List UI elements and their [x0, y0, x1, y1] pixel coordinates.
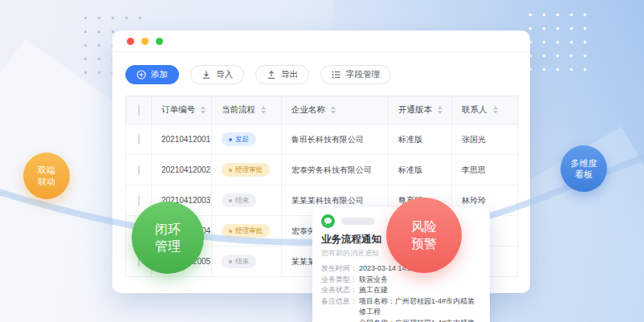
import-button[interactable]: 导入 — [190, 65, 244, 84]
toolbar: 添加 导入 导出 — [112, 52, 530, 96]
status-dot-icon — [229, 138, 232, 141]
field-value: 项目名称：广州碧桂园1-4#市内精装修工程 合同名称：广州碧桂园1-4#市内精装… — [359, 296, 481, 322]
flow-cell: 结束 — [212, 185, 282, 216]
flow-label: 经理审批 — [235, 226, 263, 236]
contact-cell: 张国光 — [452, 124, 518, 155]
sort-icon[interactable] — [201, 106, 206, 114]
export-button-label: 导出 — [281, 69, 298, 80]
list-settings-icon — [332, 70, 341, 79]
column-header-label: 企业名称 — [291, 104, 325, 116]
column-header-label: 订单编号 — [161, 104, 195, 116]
field-value: 联营业务 — [359, 275, 388, 286]
notification-field: 备注信息： 项目名称：广州碧桂园1-4#市内精装修工程 合同名称：广州碧桂园1-… — [321, 296, 481, 322]
status-dot-icon — [229, 230, 232, 233]
flow-label: 结束 — [235, 196, 249, 206]
upload-icon — [267, 70, 276, 79]
minimize-window-icon[interactable] — [141, 38, 149, 45]
column-header-label: 开通版本 — [398, 104, 432, 116]
table-row: 20210412001 发起 鲁班长科技有限公司 标准版 张国光 — [126, 124, 518, 155]
page-canvas: 添加 导入 导出 — [0, 0, 644, 322]
flow-badge: 发起 — [222, 132, 256, 146]
feature-bubble-risk-alert: 风险 预警 — [386, 198, 462, 273]
row-checkbox[interactable] — [138, 195, 140, 206]
field-manage-button[interactable]: 字段管理 — [320, 65, 391, 84]
flow-badge: 结束 — [222, 194, 256, 207]
feature-bubble-closed-loop: 闭环 管理 — [132, 202, 204, 274]
status-dot-icon — [229, 260, 232, 263]
column-header-label: 当前流程 — [222, 104, 255, 116]
flow-cell: 经理审批 — [212, 216, 282, 247]
field-label: 业务状态： — [321, 285, 359, 296]
version-cell: 标准版 — [389, 124, 452, 155]
field-label: 发生时间： — [321, 263, 359, 275]
flow-label: 发起 — [235, 135, 249, 145]
download-icon — [202, 70, 211, 79]
company-cell: 宏泰劳务科技有限公司 — [282, 155, 389, 185]
wechat-message-icon — [321, 214, 335, 228]
sort-icon[interactable] — [331, 106, 336, 114]
select-all-checkbox[interactable] — [138, 104, 140, 116]
add-button[interactable]: 添加 — [125, 65, 179, 84]
import-button-label: 导入 — [216, 69, 233, 80]
row-checkbox[interactable] — [138, 134, 140, 145]
status-dot-icon — [229, 169, 232, 172]
feature-bubble-multi-board: 多维度 看板 — [560, 145, 607, 192]
flow-cell: 经理审批 — [212, 155, 282, 185]
field-value: 施工在建 — [359, 285, 388, 296]
window-titlebar — [112, 31, 530, 52]
table-row: 20210412002 经理审批 宏泰劳务科技有限公司 标准版 李思思 — [126, 155, 518, 185]
plus-circle-icon — [137, 70, 146, 79]
notification-fields: 发生时间： 2023-03-14 14:20 业务类型： 联营业务 业务状态： … — [321, 263, 481, 322]
feature-bubble-dual-link: 双端 联动 — [23, 153, 70, 199]
flow-badge: 经理审批 — [222, 163, 270, 177]
field-manage-button-label: 字段管理 — [346, 69, 380, 80]
order-no-cell: 20210412002 — [152, 155, 212, 185]
add-button-label: 添加 — [151, 69, 168, 80]
sort-icon[interactable] — [261, 106, 266, 114]
sort-icon[interactable] — [493, 106, 498, 114]
maximize-window-icon[interactable] — [156, 38, 163, 45]
status-dot-icon — [229, 199, 232, 202]
row-checkbox[interactable] — [138, 165, 140, 175]
table-header-row: 订单编号 当前流程 企业名称 开通版本 联系人 — [126, 96, 518, 124]
sender-placeholder — [341, 218, 375, 225]
flow-label: 结束 — [235, 257, 249, 267]
flow-label: 经理审批 — [235, 165, 263, 175]
notification-field: 业务类型： 联营业务 — [321, 275, 481, 286]
export-button[interactable]: 导出 — [255, 65, 309, 84]
notification-field: 业务状态： 施工在建 — [321, 285, 481, 296]
order-no-cell: 20210412001 — [152, 124, 212, 155]
contact-cell: 李思思 — [452, 155, 518, 185]
flow-cell: 结束 — [212, 247, 282, 277]
field-label: 备注信息： — [321, 296, 359, 322]
flow-badge: 结束 — [222, 255, 256, 268]
company-cell: 鲁班长科技有限公司 — [282, 124, 389, 155]
field-label: 业务类型： — [321, 275, 359, 286]
column-header-label: 联系人 — [462, 104, 487, 116]
version-cell: 标准版 — [389, 155, 452, 185]
sort-icon[interactable] — [438, 106, 442, 114]
close-window-icon[interactable] — [127, 38, 134, 45]
flow-cell: 发起 — [212, 124, 282, 155]
flow-badge: 经理审批 — [222, 224, 270, 238]
